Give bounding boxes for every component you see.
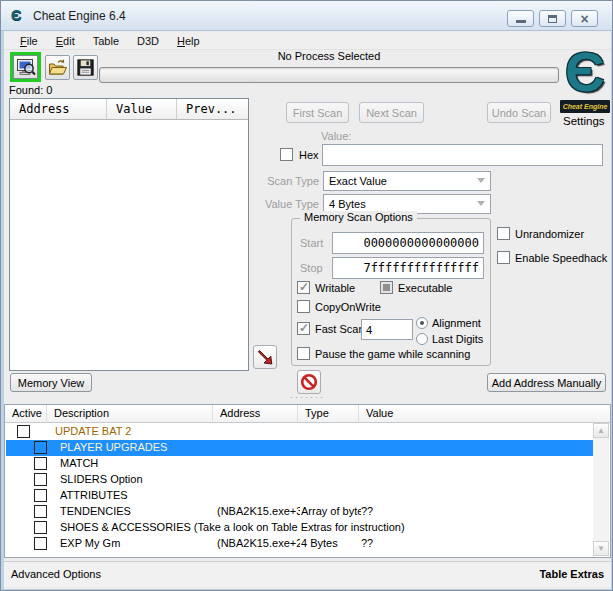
red-arrow-icon bbox=[257, 349, 273, 365]
menu-item-edit[interactable]: Edit bbox=[48, 33, 83, 49]
enable-speedhack-label: Enable Speedhack bbox=[515, 252, 607, 264]
scan-type-select[interactable]: Exact Value bbox=[323, 171, 491, 191]
value-label: Value: bbox=[321, 130, 351, 142]
select-process-button[interactable] bbox=[10, 52, 41, 82]
app-icon: Є bbox=[11, 6, 29, 24]
scroll-down-icon[interactable]: ▼ bbox=[593, 541, 609, 556]
titlebar[interactable]: Є Cheat Engine 6.4 × bbox=[1, 1, 612, 31]
open-table-button[interactable] bbox=[45, 55, 70, 80]
start-input[interactable] bbox=[332, 232, 484, 254]
row-description[interactable]: ATTRIBUTES bbox=[60, 489, 128, 501]
add-address-manually-button[interactable]: Add Address Manually bbox=[487, 373, 606, 392]
table-row[interactable]: PLAYER UPGRADES bbox=[6, 440, 593, 456]
enable-speedhack-checkbox[interactable] bbox=[497, 251, 510, 264]
found-column-value[interactable]: Value bbox=[107, 99, 177, 119]
row-active-checkbox[interactable] bbox=[34, 441, 47, 454]
column-value[interactable]: Value bbox=[359, 405, 594, 423]
row-type[interactable]: 4 Bytes bbox=[301, 537, 361, 549]
scroll-up-icon[interactable]: ▲ bbox=[593, 423, 609, 438]
table-row[interactable]: ATTRIBUTES bbox=[6, 488, 593, 504]
fast-scan-input[interactable] bbox=[361, 319, 413, 340]
value-type-value: 4 Bytes bbox=[329, 198, 366, 210]
table-row[interactable]: TENDENCIES (NBA2K15.exe+3 Array of byte … bbox=[6, 504, 593, 520]
first-scan-button[interactable]: First Scan bbox=[286, 102, 349, 123]
maximize-button[interactable] bbox=[539, 10, 566, 27]
table-splitter-handle[interactable]: ······· bbox=[4, 393, 611, 402]
cheat-engine-logo-icon[interactable]: Є bbox=[557, 43, 613, 101]
row-description[interactable]: SLIDERS Option bbox=[60, 473, 143, 485]
menu-item-help[interactable]: Help bbox=[169, 33, 208, 49]
row-address[interactable]: (NBA2K15.exe+3 bbox=[217, 505, 300, 517]
no-process-indicator-button[interactable] bbox=[297, 370, 321, 394]
fast-scan-checkbox[interactable] bbox=[297, 322, 310, 335]
found-column-prev[interactable]: Prev... bbox=[177, 99, 248, 119]
copyonwrite-label: CopyOnWrite bbox=[315, 301, 381, 313]
row-description[interactable]: UPDATE BAT 2 bbox=[55, 425, 131, 437]
column-type[interactable]: Type bbox=[298, 405, 359, 423]
table-row[interactable]: MATCH bbox=[6, 456, 593, 472]
chevron-down-icon bbox=[477, 201, 485, 206]
fast-scan-label: Fast Scan bbox=[315, 323, 365, 335]
unrandomizer-checkbox[interactable] bbox=[497, 227, 510, 240]
table-row[interactable]: SHOES & ACCESSORIES (Take a look on Tabl… bbox=[6, 520, 593, 536]
table-row[interactable]: SLIDERS Option bbox=[6, 472, 593, 488]
found-column-address[interactable]: Address bbox=[10, 99, 107, 119]
row-description[interactable]: MATCH bbox=[60, 457, 98, 469]
writable-checkbox[interactable] bbox=[297, 281, 310, 294]
row-description[interactable]: TENDENCIES bbox=[60, 505, 131, 517]
table-scrollbar[interactable]: ▲ ▼ bbox=[593, 423, 609, 556]
unrandomizer-label: Unrandomizer bbox=[515, 228, 584, 240]
row-active-checkbox[interactable] bbox=[17, 425, 30, 438]
row-active-checkbox[interactable] bbox=[34, 505, 47, 518]
row-active-checkbox[interactable] bbox=[34, 537, 47, 550]
memory-scan-options-title: Memory Scan Options bbox=[300, 211, 417, 223]
row-active-checkbox[interactable] bbox=[34, 489, 47, 502]
close-button[interactable]: × bbox=[571, 10, 598, 27]
memory-view-button[interactable]: Memory View bbox=[10, 373, 92, 392]
hex-label: Hex bbox=[299, 149, 319, 161]
scan-type-label: Scan Type bbox=[241, 175, 319, 187]
table-extras-link[interactable]: Table Extras bbox=[539, 568, 604, 580]
cheat-engine-logo-badge[interactable]: Cheat Engine bbox=[560, 100, 610, 113]
row-value[interactable]: ?? bbox=[361, 537, 373, 549]
row-type[interactable]: Array of byte bbox=[301, 505, 361, 517]
menu-item-file[interactable]: File bbox=[12, 33, 46, 49]
alignment-radio[interactable] bbox=[416, 317, 428, 329]
row-address[interactable]: (NBA2K15.exe+2E bbox=[217, 537, 300, 549]
row-description[interactable]: PLAYER UPGRADES bbox=[60, 441, 167, 453]
menu-item-d3d[interactable]: D3D bbox=[129, 33, 167, 49]
row-active-checkbox[interactable] bbox=[34, 473, 47, 486]
hex-checkbox[interactable] bbox=[280, 148, 293, 161]
row-active-checkbox[interactable] bbox=[34, 457, 47, 470]
last-digits-label: Last Digits bbox=[432, 333, 483, 345]
add-selected-addresses-button[interactable] bbox=[253, 345, 277, 369]
column-description[interactable]: Description bbox=[47, 405, 213, 423]
menu-item-table[interactable]: Table bbox=[85, 33, 127, 49]
executable-checkbox[interactable] bbox=[380, 281, 393, 294]
stop-input[interactable] bbox=[332, 257, 484, 279]
column-active[interactable]: Active bbox=[5, 405, 47, 423]
scan-type-value: Exact Value bbox=[329, 175, 387, 187]
stop-label: Stop bbox=[300, 262, 323, 274]
value-input[interactable] bbox=[322, 144, 603, 166]
advanced-options-link[interactable]: Advanced Options bbox=[11, 568, 101, 580]
column-address[interactable]: Address bbox=[213, 405, 298, 423]
maximize-icon bbox=[548, 15, 557, 23]
found-address-list[interactable]: Address Value Prev... bbox=[9, 98, 249, 371]
cheat-table[interactable]: Active Description Address Type Value UP… bbox=[4, 404, 611, 558]
row-description[interactable]: EXP My Gm bbox=[60, 537, 120, 549]
undo-scan-button[interactable]: Undo Scan bbox=[487, 102, 551, 123]
settings-link[interactable]: Settings bbox=[563, 115, 605, 127]
menubar: FileEditTableD3DHelp bbox=[4, 32, 611, 50]
copyonwrite-checkbox[interactable] bbox=[297, 300, 310, 313]
pause-while-scanning-checkbox[interactable] bbox=[297, 347, 310, 360]
minimize-button[interactable] bbox=[507, 10, 534, 27]
table-row[interactable]: EXP My Gm (NBA2K15.exe+2E 4 Bytes ?? bbox=[6, 536, 593, 552]
row-value[interactable]: ?? bbox=[361, 505, 373, 517]
next-scan-button[interactable]: Next Scan bbox=[359, 102, 424, 123]
row-active-checkbox[interactable] bbox=[34, 521, 47, 534]
last-digits-radio[interactable] bbox=[416, 333, 428, 345]
table-row[interactable]: UPDATE BAT 2 bbox=[6, 424, 593, 440]
save-table-button[interactable] bbox=[73, 55, 98, 80]
row-description[interactable]: SHOES & ACCESSORIES (Take a look on Tabl… bbox=[60, 521, 405, 533]
